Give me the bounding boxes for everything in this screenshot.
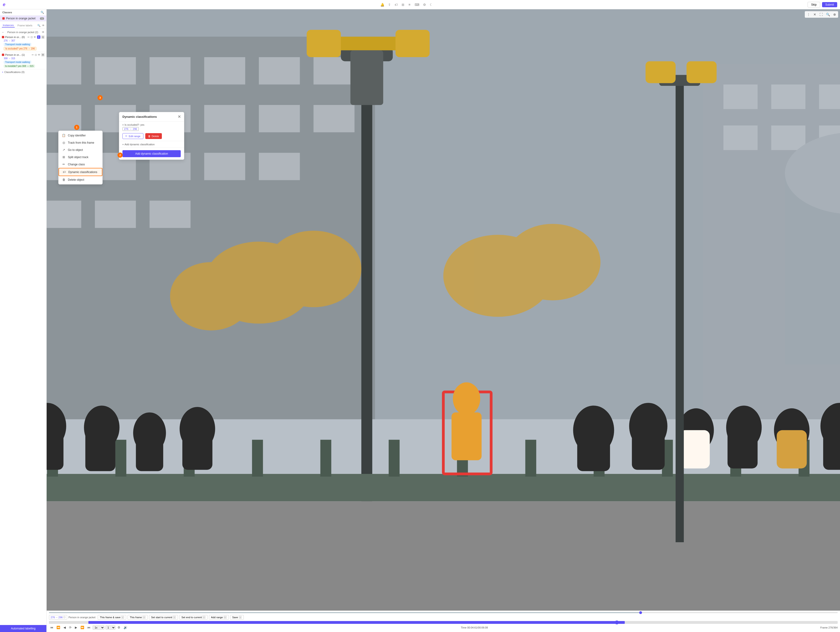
canvas-tool-zoom-in[interactable]: ⊕ bbox=[832, 12, 837, 17]
dynamic-classifications-popup: Dynamic classifications ✕ ▾ Is occluded?… bbox=[119, 112, 184, 160]
frame-range-1: 308 → 315 bbox=[2, 57, 44, 60]
dyn-popup-header: Dynamic classifications ✕ bbox=[119, 112, 184, 122]
dyn-popup-close-button[interactable]: ✕ bbox=[178, 114, 181, 119]
classifications-label: Classifications (0) bbox=[4, 71, 24, 73]
badge-1: 1 bbox=[74, 125, 79, 130]
classifications-header[interactable]: + Classifications (0) bbox=[0, 70, 46, 74]
badge-m-1[interactable]: M bbox=[41, 53, 44, 57]
asterisk-icon[interactable]: ✳ bbox=[408, 3, 411, 6]
separator bbox=[0, 22, 46, 22]
tab-frame-labels[interactable]: Frame labels bbox=[17, 24, 33, 27]
copy-icon-0[interactable]: ⊡ bbox=[30, 36, 33, 39]
svg-rect-88 bbox=[777, 430, 807, 469]
save-button[interactable]: Save s bbox=[230, 615, 244, 619]
menu-item-split-track[interactable]: ⊞ Split object track bbox=[58, 153, 103, 161]
list-item: Person in or... (1) ✏ ⊡ 👁 M 308 → 315 Tr… bbox=[0, 52, 46, 69]
this-frame-save-label: This frame & save bbox=[100, 616, 120, 619]
copy-identifier-icon: 📋 bbox=[62, 134, 66, 137]
skip-to-end-button[interactable]: ⏭ bbox=[86, 625, 92, 630]
tag-icon[interactable]: 🏷 bbox=[395, 3, 398, 6]
keyboard-icon[interactable]: ⌨ bbox=[415, 3, 419, 6]
settings-wheel-button[interactable]: ⚙ bbox=[116, 625, 122, 630]
moon-icon[interactable]: ☾ bbox=[430, 3, 433, 6]
skip-to-start-button[interactable]: ⏮ bbox=[49, 625, 54, 630]
timeline-track-thumb[interactable] bbox=[616, 621, 618, 624]
tag-transport-1: Transport mode walking bbox=[4, 61, 31, 64]
eye-icon-1[interactable]: 👁 bbox=[38, 54, 40, 56]
canvas-tool-close[interactable]: ✕ bbox=[812, 12, 817, 17]
badge-q-0[interactable]: Q bbox=[41, 35, 44, 39]
edit-range-label: Edit range bbox=[129, 135, 141, 137]
group-eye-icon[interactable]: 👁 bbox=[42, 30, 44, 34]
timeline-thumb[interactable] bbox=[639, 611, 642, 614]
bell-icon[interactable]: 🔔 bbox=[381, 3, 384, 6]
add-range-label: Add range bbox=[211, 616, 223, 619]
edit-range-button[interactable]: ⊩ Edit range bbox=[122, 133, 144, 139]
copy-icon-1[interactable]: ⊡ bbox=[35, 54, 37, 57]
loop-button[interactable]: ⟳ bbox=[68, 625, 73, 630]
canvas-tool-more[interactable]: ⋮ bbox=[806, 12, 811, 17]
svg-rect-76 bbox=[136, 433, 163, 471]
svg-rect-6 bbox=[95, 57, 136, 84]
step-forward-button[interactable]: ⏩ bbox=[79, 625, 85, 630]
automated-labelling-btn[interactable]: Automated labelling bbox=[0, 625, 46, 632]
badge-2: 2 bbox=[118, 153, 123, 158]
classes-search-icon[interactable]: 🔍 bbox=[41, 11, 44, 14]
skip-button[interactable]: Skip bbox=[808, 2, 820, 8]
tab-search-icon[interactable]: 🔍 bbox=[37, 24, 41, 27]
svg-rect-9 bbox=[259, 57, 300, 84]
svg-rect-68 bbox=[47, 501, 840, 611]
delete-range-button[interactable]: 🗑 Delete bbox=[145, 133, 162, 139]
tab-instances[interactable]: Instances bbox=[2, 23, 15, 27]
instance-item-header-0: Person in or... (0) ✏ ⊡ 👁 B Q bbox=[2, 35, 44, 39]
set-end-button[interactable]: Set end to current v bbox=[179, 615, 208, 619]
menu-item-copy-identifier[interactable]: 📋 Copy identifier bbox=[58, 132, 103, 139]
class-item[interactable]: Person in orange jacket 1 bbox=[0, 16, 46, 21]
svg-rect-38 bbox=[771, 125, 805, 150]
eye-icon-0[interactable]: 👁 bbox=[33, 36, 36, 38]
timeline-bar[interactable] bbox=[49, 612, 838, 613]
add-dynamic-classification-button[interactable]: Add dynamic classification bbox=[122, 150, 181, 157]
add-dyn-label: Add dynamic classification bbox=[125, 143, 155, 146]
svg-rect-55 bbox=[115, 440, 126, 477]
volume-button[interactable]: 🔊 bbox=[122, 625, 128, 630]
range-start: 276 bbox=[51, 616, 55, 619]
share-icon[interactable]: ⇪ bbox=[388, 3, 391, 6]
tab-eye-icon[interactable]: 👁 bbox=[42, 24, 44, 27]
timeline-track[interactable] bbox=[49, 621, 838, 624]
dynamic-classifications-icon: 🏷 bbox=[62, 170, 66, 174]
menu-item-track-from-frame[interactable]: ◎ Track from this frame bbox=[58, 139, 103, 146]
this-frame-label: This frame bbox=[129, 616, 142, 619]
this-frame-button[interactable]: This frame x bbox=[128, 615, 147, 619]
svg-rect-101 bbox=[676, 77, 684, 542]
menu-item-dynamic-classifications[interactable]: 🏷 Dynamic classifications bbox=[58, 168, 103, 176]
dyn-popup-add-section[interactable]: ▾ Add dynamic classification bbox=[119, 141, 184, 148]
menu-item-delete-object[interactable]: 🗑 Delete object bbox=[58, 176, 103, 183]
collapse-icon[interactable]: − bbox=[2, 30, 4, 34]
speed-select[interactable]: x 0.5x 1x 2x bbox=[93, 626, 104, 630]
this-frame-key: x bbox=[142, 616, 145, 619]
svg-rect-61 bbox=[526, 440, 536, 477]
submit-button[interactable]: Submit bbox=[822, 2, 837, 7]
frame-step-select[interactable]: 1 5 10 bbox=[106, 626, 115, 630]
set-start-button[interactable]: Set start to current c bbox=[149, 615, 178, 619]
this-frame-save-button[interactable]: This frame & save z bbox=[98, 615, 126, 619]
instance-group-label: Person in orange jacket (2) bbox=[8, 31, 38, 33]
badge-blue-0[interactable]: B bbox=[37, 35, 40, 39]
gear-icon[interactable]: ⚙ bbox=[423, 3, 426, 6]
menu-item-go-to-object[interactable]: ↗ Go to object bbox=[58, 146, 103, 153]
svg-rect-57 bbox=[252, 440, 263, 477]
dyn-popup-section-label[interactable]: ▾ Is occluded?: yes bbox=[122, 123, 181, 126]
nav-actions: Skip Submit bbox=[808, 2, 837, 8]
add-range-button[interactable]: Add range n bbox=[209, 615, 229, 619]
next-frame-button[interactable]: ▶ bbox=[74, 625, 78, 630]
prev-frame-button[interactable]: ◀ bbox=[62, 625, 67, 630]
menu-item-change-class[interactable]: ✏ Change class bbox=[58, 161, 103, 168]
pencil-icon-0[interactable]: ✏ bbox=[27, 36, 30, 39]
canvas-tool-zoom-out[interactable]: 🔍 bbox=[825, 12, 831, 17]
table-icon[interactable]: ⊞ bbox=[401, 3, 404, 6]
step-back-button[interactable]: ⏪ bbox=[55, 625, 62, 630]
canvas-tool-fullscreen[interactable]: ⛶ bbox=[818, 12, 824, 17]
set-start-label: Set start to current bbox=[151, 616, 172, 619]
pencil-icon-1[interactable]: ✏ bbox=[32, 54, 34, 57]
